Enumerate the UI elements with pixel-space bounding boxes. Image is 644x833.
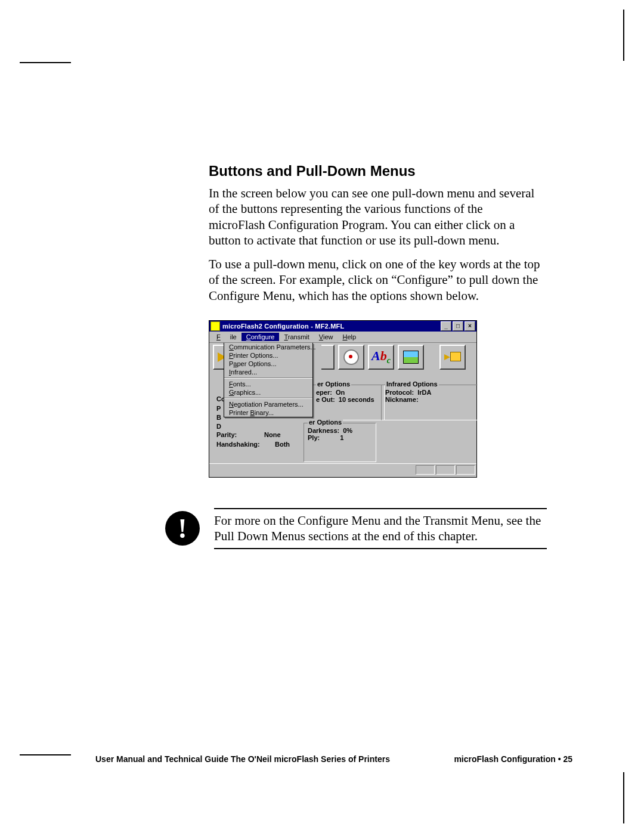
menu-transmit[interactable]: Transmit xyxy=(279,333,314,341)
toolbar-button-doc-cut[interactable] xyxy=(321,345,335,370)
app-icon xyxy=(210,321,220,331)
section-heading: Buttons and Pull-Down Menus xyxy=(209,163,542,179)
handshaking-value: Both xyxy=(275,441,290,448)
menu-item-fonts[interactable]: Fonts... xyxy=(224,380,312,388)
send-icon xyxy=(444,352,461,363)
minimize-button[interactable]: _ xyxy=(441,321,451,331)
screenshot-figure: microFlash2 Configuration - MF2.MFL _ □ … xyxy=(209,320,477,478)
timeout-label: e Out: xyxy=(316,396,335,403)
printer-options-legend: er Options xyxy=(308,419,343,426)
menu-item-comm-params[interactable]: Communication Parameters... xyxy=(224,343,312,351)
configure-dropdown: Communication Parameters... Printer Opti… xyxy=(224,343,313,417)
comm-group-frag-b: B xyxy=(216,414,221,421)
paper-options-legend: er Options xyxy=(316,380,351,388)
parity-label: PParity:arity: xyxy=(216,431,237,438)
nickname-label: Nickname: xyxy=(385,396,419,403)
maximize-button[interactable]: □ xyxy=(453,321,463,331)
window-client-area: Abc Communication Parameters... Printer … xyxy=(209,342,476,463)
timeout-value: 10 seconds xyxy=(339,396,374,403)
menu-item-negotiation[interactable]: Negotiation Parameters... xyxy=(224,400,312,408)
window-titlebar: microFlash2 Configuration - MF2.MFL _ □ … xyxy=(209,321,476,332)
body-para-1: In the screen below you can see one pull… xyxy=(209,185,542,248)
picture-icon xyxy=(403,351,419,364)
infrared-options-group: Infrared Options Protocol:IrDA Nickname: xyxy=(381,385,478,420)
footer-left: User Manual and Technical Guide The O'Ne… xyxy=(95,754,390,764)
ply-value: 1 xyxy=(340,434,343,441)
protocol-label: Protocol: xyxy=(385,389,414,396)
parity-value: None xyxy=(264,431,281,438)
ply-label: Ply: xyxy=(308,434,320,441)
comm-group-frag-d: D xyxy=(216,423,221,430)
toolbar-button-paper[interactable] xyxy=(338,345,364,370)
toolbar-button-send[interactable] xyxy=(439,345,466,370)
darkness-label: Darkness: xyxy=(308,427,339,434)
status-cell-2 xyxy=(436,465,455,475)
paper-options-group: er Options eper:On e Out:10 seconds xyxy=(312,385,385,420)
menu-item-printer-options[interactable]: Printer Options... xyxy=(224,351,312,360)
menu-item-graphics[interactable]: Graphics... xyxy=(224,388,312,397)
menu-item-infrared[interactable]: Infrared... xyxy=(224,368,312,376)
paper-roll-icon xyxy=(343,349,359,365)
window-title: microFlash2 Configuration - MF2.MFL xyxy=(222,323,439,330)
statusbar xyxy=(209,463,476,477)
status-cell-1 xyxy=(416,465,435,475)
toolbar-button-fonts[interactable]: Abc xyxy=(368,345,394,370)
note-text: For more on the Configure Menu and the T… xyxy=(214,508,547,549)
page-footer: User Manual and Technical Guide The O'Ne… xyxy=(95,754,572,764)
exclamation-icon: ! xyxy=(165,511,200,546)
menu-view[interactable]: View xyxy=(314,333,338,341)
menu-help[interactable]: Help xyxy=(338,333,361,341)
footer-right: microFlash Configuration • 25 xyxy=(454,754,572,764)
status-cell-3 xyxy=(456,465,475,475)
menubar: F/*noop*/ile Configure Transmit View Hel… xyxy=(209,332,476,342)
toolbar-button-graphics[interactable] xyxy=(398,345,424,370)
abc-icon: Abc xyxy=(371,348,391,366)
menu-item-paper-options[interactable]: Paper Options... xyxy=(224,360,312,368)
body-para-2: To use a pull-down menu, click on one of… xyxy=(209,256,542,304)
printer-options-group: er Options Darkness:0% Ply:1 xyxy=(304,423,376,462)
note-callout: ! For more on the Configure Menu and the… xyxy=(165,508,547,549)
comm-group-frag-p: P xyxy=(216,405,221,412)
beeper-value: On xyxy=(336,389,345,396)
infrared-legend: Infrared Options xyxy=(385,380,439,388)
menu-item-printer-binary[interactable]: Printer Binary... xyxy=(224,408,312,417)
close-button[interactable]: × xyxy=(465,321,475,331)
beeper-label: eper: xyxy=(316,389,332,396)
menu-file[interactable]: F/*noop*/ile xyxy=(212,333,242,341)
menu-configure[interactable]: Configure xyxy=(242,333,280,341)
protocol-value: IrDA xyxy=(417,389,431,396)
handshaking-label: Handshaking: xyxy=(216,441,260,448)
darkness-value: 0% xyxy=(343,427,352,434)
